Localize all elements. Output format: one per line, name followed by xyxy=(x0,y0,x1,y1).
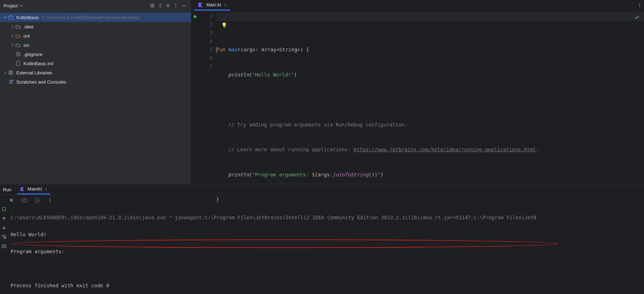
svg-rect-18 xyxy=(35,198,38,202)
collapse-all-icon[interactable] xyxy=(164,2,172,10)
console-exit-line: Process finished with exit code 0 xyxy=(11,281,641,290)
line-number: 4 xyxy=(199,38,213,46)
camera-icon[interactable] xyxy=(21,198,28,203)
current-line-highlight xyxy=(216,12,644,21)
svg-point-2 xyxy=(175,5,176,6)
tree-item-idea[interactable]: .idea xyxy=(0,22,191,31)
run-toolbar xyxy=(0,195,644,205)
panel-options-icon[interactable] xyxy=(172,2,180,10)
tree-item-src[interactable]: src xyxy=(0,40,191,50)
console-line: Program arguments: xyxy=(11,247,641,256)
svg-rect-7 xyxy=(16,61,20,66)
chevron-right-icon xyxy=(11,43,14,47)
line-number: 6 xyxy=(199,54,213,63)
svg-point-1 xyxy=(175,4,176,5)
kotlin-run-icon xyxy=(20,187,25,192)
svg-point-11 xyxy=(12,80,13,81)
project-panel: Project KotlinBasic C:\Users\ALEXANDER\I… xyxy=(0,0,191,184)
line-number: 2 xyxy=(199,21,213,29)
project-panel-header: Project xyxy=(0,0,191,11)
folder-icon xyxy=(15,42,21,48)
more-icon[interactable] xyxy=(47,198,52,203)
inspections-ok-icon[interactable] xyxy=(634,15,640,20)
tree-item-label: External Libraries xyxy=(16,70,52,75)
folder-orange-icon xyxy=(15,33,21,39)
svg-rect-15 xyxy=(10,199,13,202)
run-tab-bar: Run MainKt × xyxy=(0,184,644,195)
chevron-right-icon xyxy=(11,25,14,28)
expand-all-icon[interactable] xyxy=(156,2,164,10)
editor-tab-bar: Main.kt × xyxy=(191,0,644,11)
editor-tab-label: Main.kt xyxy=(206,2,221,7)
editor-panel: Main.kt × 1 2 3 4 5 6 7 💡 fun main( xyxy=(191,0,644,184)
tree-item-out[interactable]: out xyxy=(0,31,191,40)
run-tab-label: MainKt xyxy=(28,186,42,192)
svg-point-19 xyxy=(50,198,50,199)
select-opened-file-icon[interactable] xyxy=(149,2,156,10)
tree-scratches[interactable]: Scratches and Consoles xyxy=(0,77,191,86)
tree-item-iml[interactable]: KotlinBasic.iml xyxy=(0,59,191,68)
line-number: 1 xyxy=(199,12,213,21)
svg-point-20 xyxy=(50,199,50,200)
rerun-green-icon[interactable] xyxy=(1,206,7,212)
chevron-right-icon xyxy=(11,34,14,38)
svg-point-12 xyxy=(639,4,640,4)
project-root-path: C:\Users\ALEXANDER\IdeaProjects\KotlinBa… xyxy=(42,15,140,20)
intention-bulb-icon[interactable]: 💡 xyxy=(221,21,227,30)
scroll-to-end-icon[interactable] xyxy=(1,244,7,249)
tree-item-label: .gitignore xyxy=(23,52,42,57)
editor-tab-main[interactable]: Main.kt × xyxy=(194,0,230,11)
svg-point-21 xyxy=(50,201,50,202)
scratches-icon xyxy=(8,79,14,85)
svg-point-13 xyxy=(639,5,640,6)
project-icon xyxy=(8,14,14,21)
console-cmd-line: C:\Users\ALEXANDER\.jdks\openjdk-21.0.1\… xyxy=(11,213,641,222)
svg-point-17 xyxy=(23,199,26,202)
chevron-down-icon[interactable] xyxy=(19,4,23,8)
run-side-toolbar xyxy=(0,205,8,294)
run-tool-label[interactable]: Run xyxy=(3,187,11,192)
run-gutter-icon[interactable] xyxy=(191,12,199,21)
soft-wrap-icon[interactable] xyxy=(1,234,7,239)
project-panel-title[interactable]: Project xyxy=(4,3,18,9)
svg-point-3 xyxy=(175,7,176,7)
up-arrow-icon[interactable] xyxy=(1,216,6,221)
gitignore-icon xyxy=(15,51,21,57)
console-output[interactable]: C:\Users\ALEXANDER\.jdks\openjdk-21.0.1\… xyxy=(8,205,644,294)
close-icon[interactable]: × xyxy=(224,2,227,7)
editor-tab-options-icon[interactable] xyxy=(635,3,644,8)
chevron-down-icon xyxy=(4,16,7,19)
chevron-right-icon xyxy=(4,71,7,74)
iml-icon xyxy=(15,60,21,67)
run-tab-mainkt[interactable]: MainKt × xyxy=(17,185,50,194)
tree-item-label: .idea xyxy=(23,24,33,29)
folder-icon xyxy=(15,23,21,30)
line-number: 7 xyxy=(199,62,213,71)
minimize-icon[interactable] xyxy=(180,2,187,10)
tree-item-label: src xyxy=(23,43,29,48)
kotlin-file-icon xyxy=(198,2,203,8)
project-tree: KotlinBasic C:\Users\ALEXANDER\IdeaProje… xyxy=(0,11,191,184)
tree-item-gitignore[interactable]: .gitignore xyxy=(0,50,191,59)
line-number: 5 xyxy=(199,46,213,54)
tree-item-label: KotlinBasic.iml xyxy=(23,61,54,66)
close-icon[interactable]: × xyxy=(45,186,47,192)
svg-rect-10 xyxy=(12,71,13,74)
svg-rect-9 xyxy=(10,71,11,74)
tree-item-label: Scratches and Consoles xyxy=(16,79,66,85)
library-icon xyxy=(8,69,14,76)
down-arrow-icon[interactable] xyxy=(1,225,6,230)
exit-icon[interactable] xyxy=(35,197,40,203)
project-root-name: KotlinBasic xyxy=(16,15,39,20)
tree-external-libraries[interactable]: External Libraries xyxy=(0,68,191,77)
line-number: 3 xyxy=(199,29,213,38)
run-panel: Run MainKt × C:\Users\ALEXANDER\.jdks\op… xyxy=(0,184,644,294)
svg-rect-8 xyxy=(9,71,10,74)
tree-item-label: out xyxy=(23,33,30,39)
rerun-icon[interactable] xyxy=(9,197,14,203)
project-root-row[interactable]: KotlinBasic C:\Users\ALEXANDER\IdeaProje… xyxy=(0,13,191,22)
svg-point-14 xyxy=(639,6,640,7)
console-line: Hello World! xyxy=(11,230,641,239)
svg-rect-5 xyxy=(9,16,11,17)
